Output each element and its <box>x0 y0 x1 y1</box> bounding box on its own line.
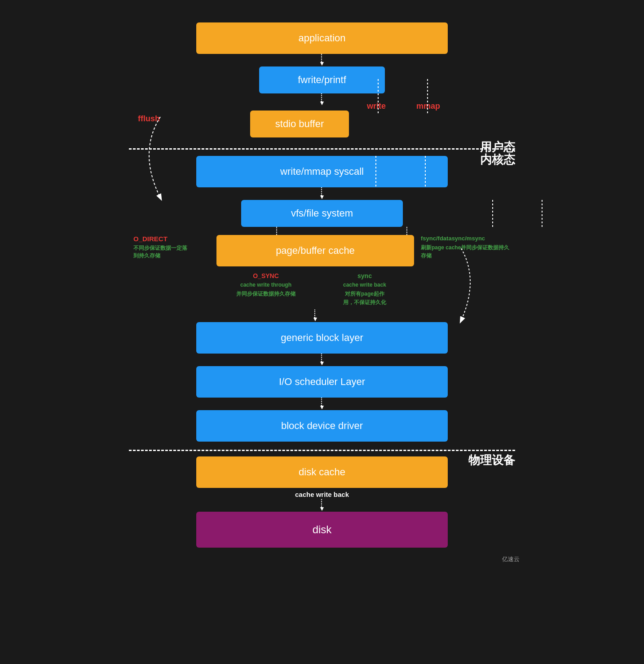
application-label: application <box>298 32 345 44</box>
disk-label: disk <box>313 523 332 536</box>
cwb-bottom-label: cache write back <box>295 491 349 498</box>
gbl-row: generic block layer <box>129 322 515 366</box>
cwb-bottom-area: cache write back <box>295 491 349 512</box>
disk-cache-row: disk cache cache write back <box>129 456 515 512</box>
physical-divider: 物理设备 <box>129 450 515 451</box>
dashed-line-2 <box>129 450 515 451</box>
syscall-block: write/mmap syscall <box>196 156 448 187</box>
syscall-label: write/mmap syscall <box>280 166 364 177</box>
dashed-line-1 <box>129 148 515 150</box>
o-direct-annotation: O_DIRECT 不同步保证数据一定落 到持久存储 <box>133 235 205 260</box>
fwrite-label: fwrite/printf <box>298 74 346 86</box>
kernel-zone-label: 内核态 <box>480 152 515 168</box>
disk-row: disk <box>129 512 515 548</box>
vfs-vlines <box>398 200 551 227</box>
io-scheduler-label: I/O scheduler Layer <box>279 376 365 388</box>
bdd-block: block device driver <box>196 410 448 442</box>
cwb-top-desc: 对所有page起作 用，不保证持久化 <box>315 290 414 307</box>
vfs-block: vfs/file system <box>241 200 403 227</box>
fsync-label: fsync/fdatasync/msync <box>421 235 511 242</box>
disk-block: disk <box>196 512 448 548</box>
sync-label: sync <box>315 271 414 281</box>
cwt-label: cache write through <box>216 281 315 289</box>
gbl-block: generic block layer <box>196 322 448 354</box>
fsync-annotation: fsync/fdatasync/msync 刷新page cache并同步保证数… <box>421 235 511 260</box>
fflush-label: fflush <box>138 114 160 123</box>
o-direct-desc: 不同步保证数据一定落 到持久存储 <box>133 244 205 260</box>
o-direct-label: O_DIRECT <box>133 235 205 243</box>
io-scheduler-block: I/O scheduler Layer <box>196 366 448 398</box>
bdd-row: block device driver <box>129 410 515 442</box>
user-kernel-divider: 用户态 内核态 <box>129 148 515 150</box>
sync-annotation: sync cache write back 对所有page起作 用，不保证持久化 <box>315 271 414 307</box>
gbl-label: generic block layer <box>281 332 363 344</box>
osync-annotation: O_SYNC cache write through 并同步保证数据持久存储 <box>216 271 315 307</box>
fflush-annotation: fflush <box>138 114 160 124</box>
diagram-container: application fwrite/printf fflush setbuf(… <box>120 9 524 566</box>
vertical-lines-svg <box>358 79 493 115</box>
stdio-buffer-label: stdio buffer <box>275 118 324 130</box>
physical-zone-label: 物理设备 <box>468 452 515 468</box>
logo-text: 亿速云 <box>502 556 520 562</box>
osync-label: O_SYNC <box>216 271 315 281</box>
application-block: application <box>196 22 448 54</box>
io-scheduler-row: I/O scheduler Layer <box>129 366 515 410</box>
cwt-desc: 并同步保证数据持久存储 <box>216 290 315 298</box>
pbc-section: O_DIRECT 不同步保证数据一定落 到持久存储 fsync/fdatasyn… <box>129 235 515 322</box>
pbc-block: page/buffer cache <box>216 235 414 266</box>
pbc-sub-annotations: O_SYNC cache write through 并同步保证数据持久存储 s… <box>216 271 414 307</box>
logo: 亿速云 <box>502 555 520 563</box>
stdio-buffer-block: stdio buffer <box>250 111 349 137</box>
pbc-center-col: page/buffer cache O_SYNC cache write thr… <box>210 235 421 322</box>
stdio-row: fflush setbuf(null) write mmap stdio buf… <box>129 106 515 142</box>
vfs-row: vfs/file system <box>129 200 515 227</box>
vfs-label: vfs/file system <box>291 208 353 219</box>
disk-cache-label: disk cache <box>299 466 345 478</box>
pbc-label: page/buffer cache <box>276 245 355 257</box>
fsync-desc: 刷新page cache并同步保证数据持久存储 <box>421 243 511 260</box>
disk-cache-block: disk cache <box>196 456 448 488</box>
application-row: application <box>129 22 515 66</box>
cwb-top-label: cache write back <box>315 281 414 289</box>
bdd-label: block device driver <box>281 420 363 432</box>
syscall-row: write/mmap syscall <box>129 156 515 200</box>
